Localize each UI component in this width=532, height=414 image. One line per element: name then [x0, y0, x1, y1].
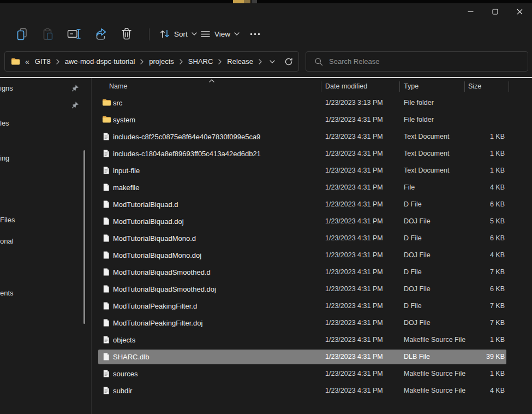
file-icon-slot	[102, 369, 111, 378]
file-row[interactable]: input-file1/23/2023 4:31 PMText Document…	[92, 162, 532, 179]
file-icon	[102, 301, 110, 310]
paste-button[interactable]	[39, 25, 57, 43]
file-row[interactable]: includes-c1804a8ef89693ff05c413a42ed6db2…	[92, 145, 532, 162]
file-row[interactable]: makefile1/23/2023 4:31 PMFile4 KB	[92, 179, 532, 196]
file-name: ModTutorialBiquadMono.d	[113, 230, 196, 247]
file-row[interactable]: ModTutorialBiquadMono.d1/23/2023 4:31 PM…	[92, 230, 532, 247]
file-name: ModTutorialPeakingFilter.doj	[113, 315, 202, 332]
see-more-button[interactable]	[244, 25, 265, 43]
search-input[interactable]	[329, 57, 528, 66]
breadcrumb-item[interactable]: projects	[146, 56, 177, 67]
file-size: 7 KB	[441, 264, 505, 281]
sidebar-item[interactable]	[0, 99, 92, 112]
file-icon-slot	[102, 251, 111, 259]
sidebar-item[interactable]: onal	[0, 235, 92, 248]
file-name: system	[113, 111, 135, 128]
copy-button[interactable]	[13, 25, 31, 43]
delete-button[interactable]	[117, 25, 136, 43]
file-row[interactable]: ModTutorialPeakingFilter.doj1/23/2023 4:…	[92, 315, 532, 332]
file-icon	[102, 234, 110, 243]
breadcrumb-item[interactable]: SHARC	[185, 56, 217, 67]
file-row[interactable]: SHARC.dlb1/23/2023 4:31 PMDLB File39 KB	[92, 348, 532, 365]
file-row[interactable]: ModTutorialBiquad.d1/23/2023 4:31 PMD Fi…	[92, 196, 532, 213]
file-icon	[102, 217, 110, 226]
column-divider[interactable]	[464, 81, 465, 92]
file-rows: src1/23/2023 3:13 PMFile foldersystem1/2…	[92, 94, 532, 399]
file-row[interactable]: ModTutorialBiquadSmoothed.d1/23/2023 4:3…	[92, 264, 532, 281]
sidebar-item[interactable]: Files	[0, 214, 92, 227]
sort-button[interactable]: Sort	[154, 25, 202, 43]
refresh-button[interactable]	[280, 54, 297, 70]
file-row[interactable]: ModTutorialBiquadSmoothed.doj1/23/2023 4…	[92, 281, 532, 298]
file-row[interactable]: objects1/23/2023 4:31 PMMakefile Source …	[92, 332, 532, 348]
sidebar-item[interactable]: ing	[0, 152, 92, 165]
breadcrumb-overflow-chevron[interactable]: «	[25, 57, 29, 66]
breadcrumb-separator[interactable]	[177, 59, 185, 64]
breadcrumb-separator[interactable]	[54, 59, 62, 64]
sidebar-item[interactable]: les	[0, 117, 92, 130]
file-row[interactable]: ModTutorialBiquad.doj1/23/2023 4:31 PMDO…	[92, 213, 532, 230]
breadcrumb-separator[interactable]	[256, 59, 264, 64]
file-icon	[102, 268, 110, 276]
minimize-icon	[468, 9, 474, 15]
text-document-icon	[102, 369, 110, 378]
address-bar-controls	[264, 52, 297, 71]
column-divider[interactable]	[321, 81, 321, 92]
file-row[interactable]: sources1/23/2023 4:31 PMMakefile Source …	[92, 365, 532, 382]
file-name: ModTutorialPeakingFilter.d	[113, 298, 197, 315]
sort-button-label: Sort	[174, 30, 188, 38]
column-header-name[interactable]: Name	[109, 78, 127, 94]
column-header-type[interactable]: Type	[404, 78, 419, 94]
file-row[interactable]: subdir1/23/2023 4:31 PMMakefile Source F…	[92, 382, 532, 399]
file-date-modified: 1/23/2023 4:31 PM	[325, 128, 383, 145]
maximize-icon	[492, 9, 498, 15]
file-row[interactable]: src1/23/2023 3:13 PMFile folder	[92, 94, 532, 111]
maximize-button[interactable]	[483, 3, 507, 20]
pin-slot	[71, 101, 79, 109]
share-button[interactable]	[91, 25, 110, 43]
close-button[interactable]	[507, 3, 532, 20]
breadcrumb-separator[interactable]	[138, 59, 146, 64]
breadcrumb-item[interactable]: Release	[224, 56, 256, 67]
sidebar-item[interactable]: igns	[0, 82, 92, 95]
column-header-date-modified[interactable]: Date modified	[325, 78, 367, 94]
column-divider[interactable]	[399, 81, 400, 92]
file-size: 1 KB	[441, 145, 505, 162]
window-controls	[458, 3, 532, 20]
file-size: 1 KB	[441, 365, 505, 382]
file-name: objects	[113, 332, 135, 348]
view-button[interactable]: View	[195, 25, 244, 43]
file-icon-slot	[102, 166, 111, 175]
address-dropdown-button[interactable]	[264, 54, 280, 70]
file-date-modified: 1/23/2023 4:31 PM	[325, 332, 383, 348]
sort-ascending-indicator	[209, 79, 214, 82]
file-row[interactable]: ModTutorialBiquadMono.doj1/23/2023 4:31 …	[92, 247, 532, 264]
search-box	[306, 51, 528, 72]
text-document-icon	[102, 335, 110, 344]
file-name: includes-c8f25c0875e8f64e40e7830f099e5ca…	[113, 128, 260, 145]
column-divider[interactable]	[509, 81, 509, 92]
breadcrumb-item[interactable]: awe-mod-dspc-tutorial	[62, 56, 139, 67]
breadcrumb-item[interactable]: GIT8	[32, 56, 54, 67]
sort-icon-slot	[159, 29, 170, 39]
rename-button[interactable]	[65, 25, 83, 43]
file-name: includes-c1804a8ef89693ff05c413a42ed6db2…	[113, 145, 261, 162]
file-date-modified: 1/23/2023 4:31 PM	[325, 162, 383, 179]
sidebar-item[interactable]: ents	[0, 287, 92, 300]
minimize-button[interactable]	[458, 3, 483, 20]
file-size: 6 KB	[441, 281, 505, 298]
breadcrumb-separator[interactable]	[216, 59, 224, 64]
file-name: subdir	[113, 382, 132, 399]
view-icon-slot	[200, 29, 211, 39]
file-date-modified: 1/23/2023 3:13 PM	[325, 94, 383, 111]
file-type: File folder	[404, 94, 434, 111]
folder-icon	[102, 115, 111, 123]
chevron-slot	[234, 32, 240, 36]
column-header-size[interactable]: Size	[468, 78, 481, 94]
file-icon-slot	[102, 234, 111, 243]
file-row[interactable]: system1/23/2023 4:31 PMFile folder	[92, 111, 532, 128]
address-bar[interactable]: « GIT8awe-mod-dspc-tutorialprojectsSHARC…	[4, 51, 299, 72]
file-row[interactable]: ModTutorialPeakingFilter.d1/23/2023 4:31…	[92, 298, 532, 315]
file-row[interactable]: includes-c8f25c0875e8f64e40e7830f099e5ca…	[92, 128, 532, 145]
file-date-modified: 1/23/2023 4:31 PM	[325, 179, 383, 196]
